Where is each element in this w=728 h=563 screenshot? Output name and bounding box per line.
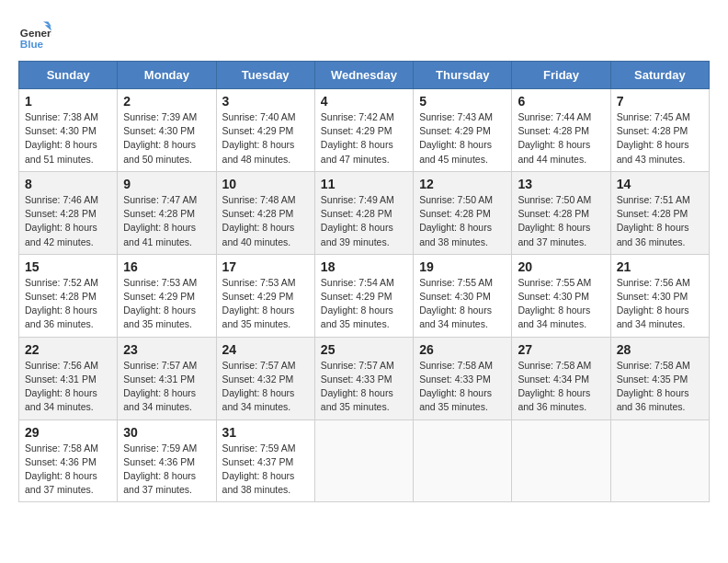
- col-header-sunday: Sunday: [19, 62, 118, 89]
- calendar-day-3: 3Sunrise: 7:40 AMSunset: 4:29 PMDaylight…: [216, 89, 314, 172]
- logo: General Blue: [18, 18, 51, 52]
- calendar-day-8: 8Sunrise: 7:46 AMSunset: 4:28 PMDaylight…: [19, 171, 118, 254]
- calendar-day-4: 4Sunrise: 7:42 AMSunset: 4:29 PMDaylight…: [314, 89, 413, 172]
- calendar-day-27: 27Sunrise: 7:58 AMSunset: 4:34 PMDayligh…: [512, 337, 610, 419]
- calendar-day-19: 19Sunrise: 7:55 AMSunset: 4:30 PMDayligh…: [414, 254, 512, 337]
- calendar-day-5: 5Sunrise: 7:43 AMSunset: 4:29 PMDaylight…: [414, 89, 512, 172]
- calendar-day-21: 21Sunrise: 7:56 AMSunset: 4:30 PMDayligh…: [610, 254, 709, 337]
- calendar-day-31: 31Sunrise: 7:59 AMSunset: 4:37 PMDayligh…: [216, 419, 314, 502]
- calendar-day-25: 25Sunrise: 7:57 AMSunset: 4:33 PMDayligh…: [314, 337, 413, 419]
- empty-cell: [414, 419, 512, 502]
- calendar-day-9: 9Sunrise: 7:47 AMSunset: 4:28 PMDaylight…: [118, 171, 216, 254]
- col-header-friday: Friday: [512, 62, 610, 89]
- col-header-monday: Monday: [118, 62, 216, 89]
- calendar-week-0: 1Sunrise: 7:38 AMSunset: 4:30 PMDaylight…: [19, 89, 710, 172]
- calendar-day-30: 30Sunrise: 7:59 AMSunset: 4:36 PMDayligh…: [118, 419, 216, 502]
- calendar-day-20: 20Sunrise: 7:55 AMSunset: 4:30 PMDayligh…: [512, 254, 610, 337]
- calendar-header: SundayMondayTuesdayWednesdayThursdayFrid…: [19, 62, 710, 89]
- calendar-week-4: 29Sunrise: 7:58 AMSunset: 4:36 PMDayligh…: [19, 419, 710, 502]
- calendar-day-24: 24Sunrise: 7:57 AMSunset: 4:32 PMDayligh…: [216, 337, 314, 419]
- svg-text:Blue: Blue: [20, 38, 44, 50]
- calendar-table: SundayMondayTuesdayWednesdayThursdayFrid…: [18, 61, 710, 502]
- empty-cell: [610, 419, 709, 502]
- calendar-week-2: 15Sunrise: 7:52 AMSunset: 4:28 PMDayligh…: [19, 254, 710, 337]
- calendar-day-22: 22Sunrise: 7:56 AMSunset: 4:31 PMDayligh…: [19, 337, 118, 419]
- calendar-day-6: 6Sunrise: 7:44 AMSunset: 4:28 PMDaylight…: [512, 89, 610, 172]
- empty-cell: [512, 419, 610, 502]
- empty-cell: [314, 419, 413, 502]
- col-header-wednesday: Wednesday: [314, 62, 413, 89]
- calendar-week-3: 22Sunrise: 7:56 AMSunset: 4:31 PMDayligh…: [19, 337, 710, 419]
- header-row: SundayMondayTuesdayWednesdayThursdayFrid…: [19, 62, 710, 89]
- col-header-saturday: Saturday: [610, 62, 709, 89]
- calendar-day-18: 18Sunrise: 7:54 AMSunset: 4:29 PMDayligh…: [314, 254, 413, 337]
- calendar-day-23: 23Sunrise: 7:57 AMSunset: 4:31 PMDayligh…: [118, 337, 216, 419]
- calendar-day-1: 1Sunrise: 7:38 AMSunset: 4:30 PMDaylight…: [19, 89, 118, 172]
- calendar-day-16: 16Sunrise: 7:53 AMSunset: 4:29 PMDayligh…: [118, 254, 216, 337]
- calendar-day-28: 28Sunrise: 7:58 AMSunset: 4:35 PMDayligh…: [610, 337, 709, 419]
- col-header-tuesday: Tuesday: [216, 62, 314, 89]
- calendar-day-10: 10Sunrise: 7:48 AMSunset: 4:28 PMDayligh…: [216, 171, 314, 254]
- page-header: General Blue: [18, 18, 710, 52]
- calendar-body: 1Sunrise: 7:38 AMSunset: 4:30 PMDaylight…: [19, 89, 710, 502]
- col-header-thursday: Thursday: [414, 62, 512, 89]
- calendar-day-2: 2Sunrise: 7:39 AMSunset: 4:30 PMDaylight…: [118, 89, 216, 172]
- calendar-day-26: 26Sunrise: 7:58 AMSunset: 4:33 PMDayligh…: [414, 337, 512, 419]
- calendar-day-15: 15Sunrise: 7:52 AMSunset: 4:28 PMDayligh…: [19, 254, 118, 337]
- calendar-day-13: 13Sunrise: 7:50 AMSunset: 4:28 PMDayligh…: [512, 171, 610, 254]
- calendar-day-12: 12Sunrise: 7:50 AMSunset: 4:28 PMDayligh…: [414, 171, 512, 254]
- calendar-day-29: 29Sunrise: 7:58 AMSunset: 4:36 PMDayligh…: [19, 419, 118, 502]
- calendar-day-14: 14Sunrise: 7:51 AMSunset: 4:28 PMDayligh…: [610, 171, 709, 254]
- calendar-day-7: 7Sunrise: 7:45 AMSunset: 4:28 PMDaylight…: [610, 89, 709, 172]
- calendar-day-11: 11Sunrise: 7:49 AMSunset: 4:28 PMDayligh…: [314, 171, 413, 254]
- calendar-day-17: 17Sunrise: 7:53 AMSunset: 4:29 PMDayligh…: [216, 254, 314, 337]
- logo-icon: General Blue: [18, 18, 51, 52]
- calendar-week-1: 8Sunrise: 7:46 AMSunset: 4:28 PMDaylight…: [19, 171, 710, 254]
